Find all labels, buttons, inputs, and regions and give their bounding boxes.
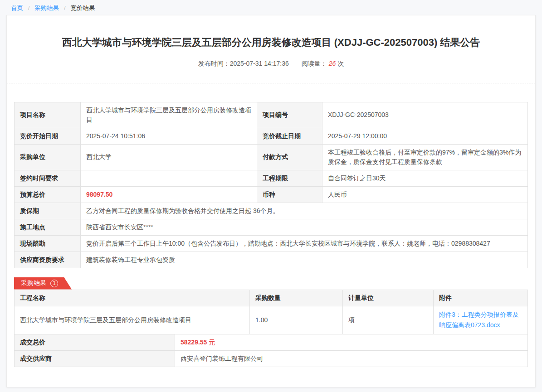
info-value-project-number: XDJJ-GC-202507003 [322, 102, 528, 128]
info-value-project-duration: 自合同签订之日30天 [322, 170, 528, 186]
info-label-project-duration: 工程期限 [257, 170, 322, 186]
breadcrumb-separator: / [28, 5, 30, 11]
procurement-result-section-header: 采购结果 1 [14, 277, 528, 290]
views-label: 阅读量： [302, 60, 327, 67]
info-label-warranty-period: 质保期 [15, 203, 81, 219]
deal-value-total-price: 58229.55 元 [175, 334, 528, 351]
table-row: 现场踏勘 竞价开启后第三个工作日上午10:00（包含公告发布日），踏勘地点：西北… [15, 235, 528, 252]
info-label-project-number: 项目编号 [257, 102, 322, 128]
info-value-warranty-period: 乙方对合同工程的质量保修期为验收合格并交付使用之日起 36个月。 [81, 203, 528, 219]
info-label-site-survey: 现场踏勘 [15, 235, 81, 252]
table-row: 成交供应商 西安喜登门装饰工程有限公司 [15, 351, 528, 367]
info-label-supplier-qualification: 供应商资质要求 [15, 252, 81, 268]
result-header-attachment: 附件 [434, 290, 528, 306]
breadcrumb-procurement-results[interactable]: 采购结果 [34, 5, 59, 11]
deal-total-price-unit: 元 [209, 339, 215, 346]
publish-time-value: 2025-07-31 14:17:36 [230, 60, 289, 67]
deal-total-price-number: 58229.55 [181, 339, 207, 346]
attachment-link[interactable]: 附件3：工程类分项报价表及响应偏离表0723.docx [439, 311, 519, 329]
badge-count: 1 [50, 280, 58, 287]
views-unit: 次 [337, 60, 344, 67]
result-value-project-name: 西北大学城市与环境学院三层及五层部分公用房装修改造项目 [15, 306, 250, 334]
result-value-quantity: 1.00 [250, 306, 343, 334]
deal-value-supplier: 西安喜登门装饰工程有限公司 [175, 351, 528, 367]
breadcrumb-home[interactable]: 首页 [11, 5, 23, 11]
procurement-result-table: 工程名称 采购数量 计量单位 附件 西北大学城市与环境学院三层及五层部分公用房装… [14, 290, 528, 335]
page-title: 西北大学城市与环境学院三层及五层部分公用房装修改造项目 (XDJJ-GC-202… [14, 15, 528, 49]
info-value-supplier-qualification: 建筑装修装饰工程专业承包资质 [81, 252, 528, 268]
breadcrumb-current-bidding-results: 竞价结果 [71, 5, 95, 11]
info-label-budget-total: 预算总价 [15, 186, 81, 203]
info-value-construction-site: 陕西省西安市长安区**** [81, 219, 528, 235]
table-row: 采购单位 西北大学 付款方式 本工程竣工验收合格后，付至审定价款的97%，留审定… [15, 144, 528, 170]
result-cell-attachment: 附件3：工程类分项报价表及响应偏离表0723.docx [434, 306, 528, 334]
info-value-site-survey: 竞价开启后第三个工作日上午10:00（包含公告发布日），踏勘地点：西北大学长安校… [81, 235, 528, 252]
info-label-payment-method: 付款方式 [257, 144, 322, 170]
table-row: 预算总价 98097.50 币种 人民币 [15, 186, 528, 203]
announcement-card: 西北大学城市与环境学院三层及五层部分公用房装修改造项目 (XDJJ-GC-202… [6, 15, 536, 387]
table-row: 竞价开始日期 2025-07-24 10:51:06 竞价截止日期 2025-0… [15, 128, 528, 144]
table-header-row: 工程名称 采购数量 计量单位 附件 [15, 290, 528, 306]
publish-time-label: 发布时间： [198, 60, 230, 67]
table-row: 成交总价 58229.55 元 [15, 334, 528, 351]
info-label-signing-time: 签约时间要求 [15, 170, 81, 186]
info-value-bid-start-date: 2025-07-24 10:51:06 [81, 128, 257, 144]
table-row: 供应商资质要求 建筑装修装饰工程专业承包资质 [15, 252, 528, 268]
info-value-currency: 人民币 [322, 186, 528, 203]
info-label-construction-site: 施工地点 [15, 219, 81, 235]
views-count: 26 [329, 60, 336, 67]
result-header-project-name: 工程名称 [15, 290, 250, 306]
info-label-currency: 币种 [257, 186, 322, 203]
result-value-unit: 项 [343, 306, 434, 334]
deal-summary-table: 成交总价 58229.55 元 成交供应商 西安喜登门装饰工程有限公司 [14, 334, 528, 367]
project-info-table: 项目名称 西北大学城市与环境学院三层及五层部分公用房装修改造项目 项目编号 XD… [14, 102, 528, 268]
info-value-bid-end-date: 2025-07-29 12:00:00 [322, 128, 528, 144]
table-row: 项目名称 西北大学城市与环境学院三层及五层部分公用房装修改造项目 项目编号 XD… [15, 102, 528, 128]
info-value-budget-total: 98097.50 [81, 186, 257, 203]
deal-label-total-price: 成交总价 [15, 334, 175, 351]
procurement-result-badge: 采购结果 1 [14, 277, 72, 290]
info-value-signing-time [81, 170, 257, 186]
info-label-purchasing-unit: 采购单位 [15, 144, 81, 170]
meta-line: 发布时间：2025-07-31 14:17:36阅读量：26次 [14, 60, 528, 68]
deal-label-supplier: 成交供应商 [15, 351, 175, 367]
info-value-payment-method: 本工程竣工验收合格后，付至审定价款的97%，留审定金额的3%作为质保金，质保金支… [322, 144, 528, 170]
result-header-quantity: 采购数量 [250, 290, 343, 306]
result-header-unit: 计量单位 [343, 290, 434, 306]
info-value-project-name: 西北大学城市与环境学院三层及五层部分公用房装修改造项目 [81, 102, 257, 128]
dashed-divider [7, 83, 535, 83]
breadcrumb: 首页 / 采购结果 / 竞价结果 [0, 0, 542, 15]
table-row: 西北大学城市与环境学院三层及五层部分公用房装修改造项目 1.00 项 附件3：工… [15, 306, 528, 334]
table-row: 签约时间要求 工程期限 自合同签订之日30天 [15, 170, 528, 186]
table-row: 质保期 乙方对合同工程的质量保修期为验收合格并交付使用之日起 36个月。 [15, 203, 528, 219]
info-label-bid-start-date: 竞价开始日期 [15, 128, 81, 144]
badge-label: 采购结果 [21, 279, 46, 287]
info-label-bid-end-date: 竞价截止日期 [257, 128, 322, 144]
breadcrumb-separator: / [64, 5, 66, 11]
table-row: 施工地点 陕西省西安市长安区**** [15, 219, 528, 235]
info-value-purchasing-unit: 西北大学 [81, 144, 257, 170]
info-label-project-name: 项目名称 [15, 102, 81, 128]
